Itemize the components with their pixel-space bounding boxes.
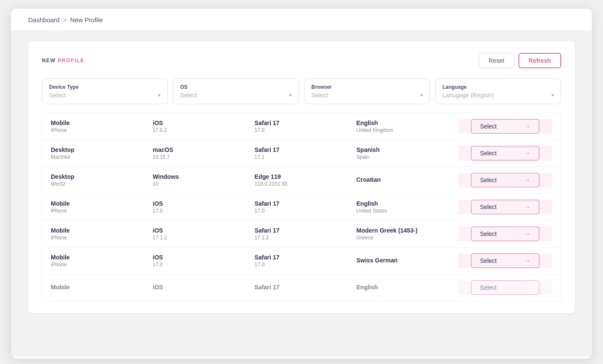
select-button[interactable]: Select → <box>471 200 539 214</box>
cell-language: Spanish Spain <box>357 146 459 160</box>
select-button[interactable]: Select → <box>471 227 539 241</box>
select-button[interactable]: Select → <box>471 173 539 187</box>
device-type-arrow-icon: ▾ <box>158 92 161 98</box>
cell-browser: Safari 17 17.0 <box>255 254 357 268</box>
cell-browser: Safari 17 17.1.2 <box>255 227 357 241</box>
browser-label: Browser <box>311 84 423 90</box>
cell-os: iOS 17.0 <box>153 200 255 214</box>
cell-device-type: Mobile iPhone <box>51 119 153 133</box>
select-arrow-icon: → <box>524 284 530 291</box>
table-row: Mobile iPhone iOS 17.0 Safari 17 17.0 <box>42 248 561 274</box>
cell-device-type: Mobile <box>51 284 153 291</box>
device-type-placeholder: Select <box>49 92 66 99</box>
cell-language: Modern Greek (1453-) Greece <box>357 227 459 241</box>
table-row: Mobile iPhone iOS 17.1.2 Safari 17 17.1.… <box>42 221 561 248</box>
cell-device-type: Mobile iPhone <box>51 200 153 214</box>
select-button[interactable]: Select → <box>471 146 539 160</box>
language-placeholder: Lanugage (Region) <box>442 92 494 99</box>
os-label: OS <box>180 84 292 90</box>
cell-language: English United Kingdom <box>357 119 459 133</box>
breadcrumb-bar: Dashboard > New Profile <box>11 9 592 31</box>
language-filter[interactable]: Language Lanugage (Region) ▾ <box>435 79 561 104</box>
select-arrow-icon: → <box>524 257 530 264</box>
cell-browser: Safari 17 17.0 <box>255 200 357 214</box>
profile-card: NEW PROFILE Reset Refresh Device Type Se… <box>28 41 575 313</box>
cell-select: Select → <box>458 119 552 134</box>
cell-os: iOS 17.0 <box>153 254 255 268</box>
cell-language: English United States <box>357 200 459 214</box>
cell-select: Select → <box>458 280 552 295</box>
cell-select: Select → <box>458 253 552 268</box>
cell-language: English <box>357 284 459 291</box>
cell-os: iOS 17.1.2 <box>153 227 255 241</box>
header-buttons: Reset Refresh <box>479 53 561 68</box>
select-arrow-icon: → <box>524 204 530 210</box>
os-arrow-icon: ▾ <box>289 92 292 98</box>
cell-select: Select → <box>458 173 552 187</box>
browser-placeholder: Select <box>311 92 328 99</box>
refresh-button[interactable]: Refresh <box>518 53 561 68</box>
breadcrumb-separator: > <box>63 16 67 23</box>
profiles-table: Mobile iPhone iOS 17.0.2 Safari 17 17.0 <box>42 113 561 301</box>
cell-select: Select → <box>458 227 552 241</box>
select-arrow-icon: → <box>524 230 530 237</box>
cell-device-type: Mobile iPhone <box>51 254 153 268</box>
reset-button[interactable]: Reset <box>479 53 514 68</box>
cell-os: macOS 10.15.7 <box>153 146 255 160</box>
browser-filter[interactable]: Browser Select ▾ <box>304 79 430 104</box>
breadcrumb-home[interactable]: Dashboard <box>28 16 59 23</box>
card-header: NEW PROFILE Reset Refresh <box>42 53 561 68</box>
breadcrumb-current: New Profile <box>70 16 103 23</box>
select-arrow-icon: → <box>524 123 530 130</box>
cell-select: Select → <box>458 200 552 214</box>
cell-language: Swiss German <box>357 257 459 265</box>
cell-device-type: Desktop Win32 <box>51 173 153 187</box>
filters-row: Device Type Select ▾ OS Select ▾ B <box>42 79 561 104</box>
language-arrow-icon: ▾ <box>551 92 554 98</box>
table-row: Desktop MacIntel macOS 10.15.7 Safari 17… <box>42 140 561 167</box>
cell-browser: Safari 17 17.0 <box>255 119 357 133</box>
table-row: Mobile iPhone iOS 17.0.2 Safari 17 17.0 <box>42 113 561 140</box>
cell-browser: Safari 17 <box>255 284 357 291</box>
cell-os: iOS <box>153 284 255 291</box>
cell-browser: Safari 17 17.1 <box>255 146 357 160</box>
select-arrow-icon: → <box>524 150 530 157</box>
select-button[interactable]: Select → <box>471 253 539 268</box>
card-title: NEW PROFILE <box>42 58 85 64</box>
os-placeholder: Select <box>180 92 197 99</box>
cell-os: Windows 10 <box>153 173 255 187</box>
select-button[interactable]: Select → <box>471 280 539 295</box>
cell-language: Croatian <box>357 176 459 184</box>
device-type-filter[interactable]: Device Type Select ▾ <box>42 79 168 104</box>
cell-device-type: Desktop MacIntel <box>51 146 153 160</box>
cell-device-type: Mobile iPhone <box>51 227 153 241</box>
browser-arrow-icon: ▾ <box>420 92 423 98</box>
table-row: Mobile iPhone iOS 17.0 Safari 17 17.0 <box>42 194 561 221</box>
cell-browser: Edge 119 119.0.2151.93 <box>255 173 357 187</box>
os-filter[interactable]: OS Select ▾ <box>173 79 299 104</box>
select-arrow-icon: → <box>524 177 530 183</box>
table-row: Mobile iOS Safari 17 English <box>42 274 561 301</box>
table-scroll[interactable]: Mobile iPhone iOS 17.0.2 Safari 17 17.0 <box>42 113 561 301</box>
content-area: NEW PROFILE Reset Refresh Device Type Se… <box>11 31 592 357</box>
cell-os: iOS 17.0.2 <box>153 119 255 133</box>
table-row: Desktop Win32 Windows 10 Edge 119 119.0.… <box>42 167 561 194</box>
select-button[interactable]: Select → <box>471 119 539 134</box>
cell-select: Select → <box>458 146 552 160</box>
device-type-label: Device Type <box>49 84 161 90</box>
language-label: Language <box>442 84 554 90</box>
main-window: Dashboard > New Profile NEW PROFILE Rese… <box>11 9 592 358</box>
